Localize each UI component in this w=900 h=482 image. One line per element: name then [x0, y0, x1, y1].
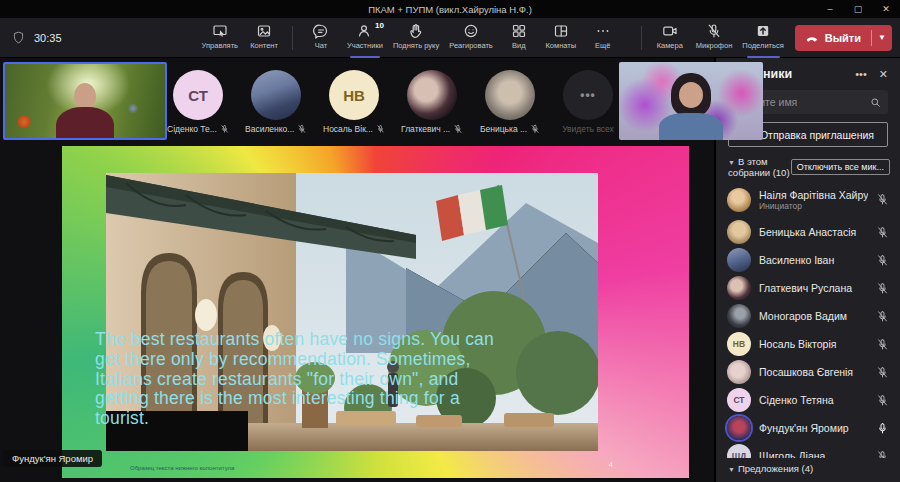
avatar: [727, 304, 751, 328]
mic-on-icon[interactable]: [876, 422, 889, 435]
toolbar-button-raise-hand[interactable]: Поднять руку: [388, 21, 444, 54]
avatar: СТ: [727, 388, 751, 412]
toolbar-button-participants[interactable]: 10 Участники: [342, 21, 388, 54]
muted-mic-icon: [376, 124, 385, 134]
muted-mic-icon[interactable]: [876, 282, 889, 295]
mute-all-button[interactable]: Отключить все мик...: [791, 159, 890, 175]
muted-mic-icon: [453, 124, 463, 134]
content-icon: [256, 23, 272, 39]
participant-row[interactable]: Моногаров Вадим: [716, 302, 900, 330]
strip-participant-benytska[interactable]: Беницька ...: [479, 70, 541, 134]
more-ellipsis-icon: [595, 23, 611, 39]
strip-see-all[interactable]: ••• Увидеть всех: [557, 70, 619, 134]
avatar: НВ: [727, 332, 751, 356]
video-filmstrip: СТ Сіденко Те... Василенко... НВ Носаль …: [0, 60, 714, 142]
chevron-down-icon: ▼: [728, 159, 735, 166]
shared-presentation-slide: The best restaurants often have no signs…: [62, 146, 689, 478]
slide-page-number: 4: [609, 460, 613, 469]
leave-options-chevron[interactable]: ▼: [872, 33, 892, 42]
avatar-photo: [485, 70, 535, 120]
participant-row[interactable]: НВ Носаль Вікторія: [716, 330, 900, 358]
muted-mic-icon: [530, 124, 540, 134]
toolbar-button-content[interactable]: Контент: [243, 21, 285, 54]
breakout-rooms-icon: [553, 23, 569, 39]
search-icon: [870, 97, 881, 108]
camera-icon: [662, 23, 678, 39]
avatar: ЩД: [727, 444, 751, 458]
avatar: [727, 188, 751, 212]
participant-row[interactable]: Наіля Фарітівна Хайруліна Инициатор: [716, 181, 900, 218]
strip-participant-nosal[interactable]: НВ Носаль Вік...: [323, 70, 385, 134]
toolbar-button-manage[interactable]: Управлять: [197, 21, 243, 54]
close-button[interactable]: ✕: [872, 0, 900, 18]
minimize-button[interactable]: –: [816, 0, 844, 18]
view-grid-icon: [511, 23, 527, 39]
avatar-photo: [251, 70, 301, 120]
teams-meeting-window: ПКАМ + ПУПМ (викл.Хайруліна Н.Ф.) – ▢ ✕ …: [0, 0, 900, 482]
leave-button[interactable]: Выйти ▼: [795, 25, 892, 51]
strip-participant-hlatkevych[interactable]: Глаткевич ...: [401, 70, 463, 134]
avatar: [727, 276, 751, 300]
avatar: [727, 248, 751, 272]
titlebar: ПКАМ + ПУПМ (викл.Хайруліна Н.Ф.) – ▢ ✕: [0, 0, 900, 18]
avatar-photo: [407, 70, 457, 120]
presenter-name-tag: Фундук'ян Яромир: [3, 450, 102, 467]
muted-mic-icon: [297, 124, 307, 134]
maximize-button[interactable]: ▢: [844, 0, 872, 18]
participant-row[interactable]: Посашкова Євгенія: [716, 358, 900, 386]
participant-row[interactable]: ЩД Щиголь Діана: [716, 442, 900, 458]
in-meeting-section-header[interactable]: ▼В этом собрании (10): [728, 156, 791, 178]
window-title: ПКАМ + ПУПМ (викл.Хайруліна Н.Ф.): [84, 4, 816, 15]
muted-mic-icon[interactable]: [876, 394, 889, 407]
avatar: НВ: [329, 70, 379, 120]
muted-mic-icon[interactable]: [876, 338, 889, 351]
self-video-tile[interactable]: [3, 62, 167, 140]
avatar: [727, 416, 751, 440]
panel-close-icon[interactable]: ✕: [879, 68, 888, 81]
toolbar-button-react[interactable]: Реагировать: [444, 21, 498, 54]
participant-row[interactable]: Василенко Іван: [716, 246, 900, 274]
meeting-timer: 30:35: [34, 32, 62, 44]
meeting-stage: СТ Сіденко Те... Василенко... НВ Носаль …: [0, 58, 714, 482]
participants-icon: 10: [357, 23, 373, 39]
participant-row[interactable]: Глаткевич Руслана: [716, 274, 900, 302]
participant-row-active-speaker[interactable]: Фундук'ян Яромир: [716, 414, 900, 442]
muted-mic-icon[interactable]: [876, 254, 889, 267]
strip-participant-vasylenko[interactable]: Василенко...: [245, 70, 307, 134]
share-tray-icon: [755, 23, 771, 39]
panel-more-icon[interactable]: •••: [855, 68, 867, 80]
toolbar-button-view[interactable]: Вид: [498, 21, 540, 54]
toolbar-button-chat[interactable]: Чат: [300, 21, 342, 54]
toolbar-button-share[interactable]: Поделиться: [737, 21, 788, 54]
see-all-ellipsis-icon: •••: [563, 70, 613, 120]
muted-mic-icon[interactable]: [876, 450, 889, 459]
toolbar-button-camera[interactable]: Камера: [649, 21, 691, 54]
muted-mic-icon[interactable]: [876, 193, 889, 206]
strip-participant-sidenko[interactable]: СТ Сіденко Те...: [167, 70, 229, 134]
slide-body-text: The best restaurants often have no signs…: [95, 330, 517, 429]
slide-footer-text: Образец текста нижнего колонтитула: [130, 465, 234, 471]
participant-row[interactable]: Беницька Анастасія: [716, 218, 900, 246]
microphone-muted-icon: [706, 23, 722, 39]
muted-mic-icon[interactable]: [876, 310, 889, 323]
shield-icon: [12, 31, 25, 44]
toolbar-button-more[interactable]: Ещё: [582, 21, 624, 54]
participant-role: Инициатор: [759, 201, 868, 211]
participant-list: Наіля Фарітівна Хайруліна Инициатор Бени…: [716, 181, 900, 458]
host-video-tile[interactable]: [619, 62, 763, 140]
muted-mic-icon[interactable]: [876, 226, 889, 239]
react-smiley-icon: [463, 23, 479, 39]
toolbar-button-rooms[interactable]: Комнаты: [540, 21, 582, 54]
chat-icon: [313, 23, 329, 39]
manage-screen-icon: [212, 23, 228, 39]
muted-mic-icon[interactable]: [876, 366, 889, 379]
raise-hand-icon: [408, 23, 424, 39]
avatar: СТ: [173, 70, 223, 120]
suggestions-section-header[interactable]: ▼Предложения (4): [716, 458, 900, 482]
leave-label: Выйти: [825, 32, 861, 44]
hangup-phone-icon: [805, 31, 819, 45]
toolbar-button-microphone[interactable]: Микрофон: [691, 21, 738, 54]
participant-row[interactable]: СТ Сіденко Тетяна: [716, 386, 900, 414]
meeting-toolbar: 30:35 Управлять Контент Чат: [0, 18, 900, 58]
chevron-down-icon: ▼: [728, 466, 735, 473]
